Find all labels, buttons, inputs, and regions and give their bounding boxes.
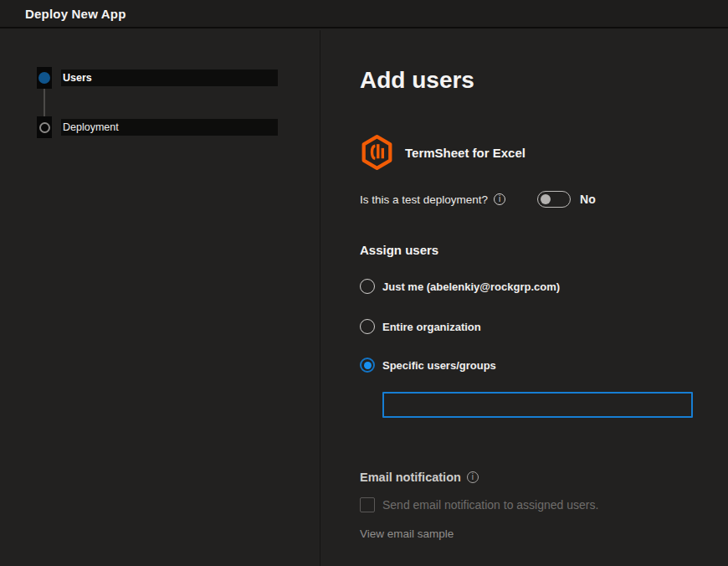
- radio-label: Just me (abelenkiy@rockgrp.com): [382, 280, 560, 293]
- radio-label: Entire organization: [382, 321, 481, 333]
- send-email-checkbox[interactable]: [360, 497, 375, 512]
- radio-option-specific-users-groups[interactable]: Specific users/groups: [360, 358, 715, 373]
- test-deployment-label: Is this a test deployment?: [360, 193, 488, 206]
- assign-users-heading: Assign users: [360, 243, 715, 257]
- radio-icon: [360, 319, 375, 334]
- termsheet-hexagon-bars-icon: [360, 134, 394, 171]
- window-header: Deploy New App: [0, 0, 728, 28]
- toggle-value-label: No: [580, 193, 596, 206]
- info-icon[interactable]: i: [494, 193, 505, 205]
- wizard-stepper-sidebar: Users Deployment: [0, 30, 320, 566]
- email-notification-heading: Email notification: [360, 471, 461, 484]
- step-connector-wrap: [37, 89, 278, 116]
- info-icon[interactable]: i: [467, 471, 479, 483]
- step-circle-box: [37, 67, 52, 89]
- step-circle-box: [37, 116, 52, 138]
- stepper-step-deployment[interactable]: Deployment: [37, 116, 278, 138]
- app-identity-row: TermSheet for Excel: [360, 134, 715, 171]
- test-deployment-toggle[interactable]: [537, 191, 571, 208]
- app-name: TermSheet for Excel: [405, 146, 525, 160]
- radio-option-just-me[interactable]: Just me (abelenkiy@rockgrp.com): [360, 279, 715, 294]
- page-header-title: Deploy New App: [25, 7, 126, 21]
- send-email-checkbox-label: Send email notification to assigned user…: [382, 498, 598, 512]
- send-email-checkbox-row: Send email notification to assigned user…: [360, 497, 715, 512]
- radio-icon: [360, 279, 375, 294]
- step-label-bar: Users: [61, 69, 278, 86]
- test-deployment-row: Is this a test deployment? i No: [360, 191, 715, 208]
- stepper: Users Deployment: [37, 67, 278, 138]
- radio-label: Specific users/groups: [382, 359, 496, 372]
- step-connector-line: [44, 89, 45, 116]
- view-email-sample-link[interactable]: View email sample: [360, 527, 454, 540]
- page-title: Add users: [360, 67, 715, 94]
- specific-users-input[interactable]: [382, 392, 693, 418]
- main-panel: Add users TermSheet for Excel Is this a …: [320, 30, 728, 566]
- radio-option-entire-organization[interactable]: Entire organization: [360, 319, 715, 334]
- content-area: Users Deployment Add users: [0, 30, 728, 566]
- toggle-knob-icon: [541, 194, 551, 204]
- step-label: Deployment: [63, 121, 119, 133]
- step-label: Users: [63, 72, 92, 84]
- upcoming-step-circle-icon: [39, 122, 50, 133]
- step-label-bar: Deployment: [61, 119, 278, 136]
- stepper-step-users[interactable]: Users: [37, 67, 278, 89]
- active-step-dot-icon: [38, 72, 50, 84]
- email-notification-heading-row: Email notification i: [360, 471, 715, 484]
- radio-icon: [360, 358, 375, 373]
